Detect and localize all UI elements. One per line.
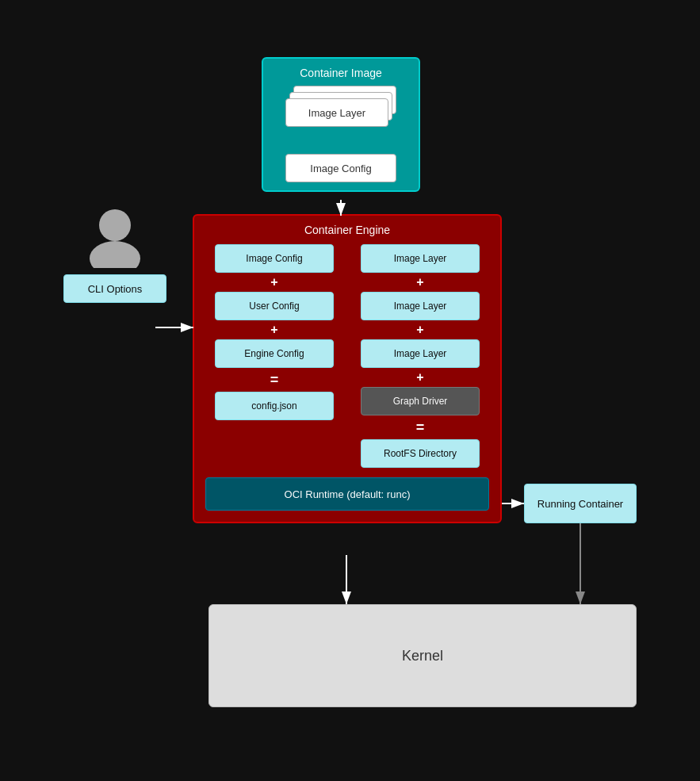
right-image-layer-3: Image Layer bbox=[361, 339, 480, 368]
kernel-box: Kernel bbox=[208, 604, 637, 707]
svg-point-1 bbox=[90, 241, 140, 268]
svg-point-0 bbox=[99, 209, 131, 241]
user-avatar-icon bbox=[83, 205, 147, 268]
right-plus-2: + bbox=[416, 324, 423, 336]
right-image-layer-1: Image Layer bbox=[361, 244, 480, 273]
config-json-box: config.json bbox=[215, 392, 334, 420]
rootfs-box: RootFS Directory bbox=[361, 439, 480, 468]
image-layer-card-3: Image Layer bbox=[285, 98, 388, 127]
oci-runtime-bar: OCI Runtime (default: runc) bbox=[205, 477, 489, 511]
image-config-box: Image Config bbox=[215, 244, 334, 273]
plus-operator-1: + bbox=[270, 276, 277, 289]
container-engine-box: Container Engine Image Config + User Con… bbox=[193, 214, 502, 523]
engine-config-box: Engine Config bbox=[215, 339, 334, 368]
right-column: Image Layer + Image Layer + Image Layer … bbox=[351, 244, 489, 468]
user-config-box: User Config bbox=[215, 292, 334, 320]
right-plus-3: + bbox=[416, 371, 423, 384]
engine-columns: Image Config + User Config + Engine Conf… bbox=[205, 244, 489, 468]
container-engine-title: Container Engine bbox=[205, 224, 489, 236]
cli-options-box: CLI Options bbox=[63, 274, 166, 303]
image-config-card: Image Config bbox=[285, 154, 396, 182]
container-image-title: Container Image bbox=[300, 67, 382, 79]
equals-operator-left: = bbox=[270, 373, 279, 387]
stacked-layers: Image Layer Image Layer Image Layer bbox=[285, 86, 396, 141]
right-plus-1: + bbox=[416, 276, 423, 289]
plus-operator-2: + bbox=[270, 324, 277, 336]
equals-operator-right: = bbox=[416, 420, 425, 435]
right-image-layer-2: Image Layer bbox=[361, 292, 480, 320]
user-avatar-area: CLI Options bbox=[63, 205, 166, 303]
graph-driver-box: Graph Driver bbox=[361, 387, 480, 415]
left-column: Image Config + User Config + Engine Conf… bbox=[205, 244, 343, 468]
running-container-box: Running Container bbox=[524, 484, 637, 523]
container-image-box: Container Image Image Layer Image Layer … bbox=[262, 57, 420, 192]
